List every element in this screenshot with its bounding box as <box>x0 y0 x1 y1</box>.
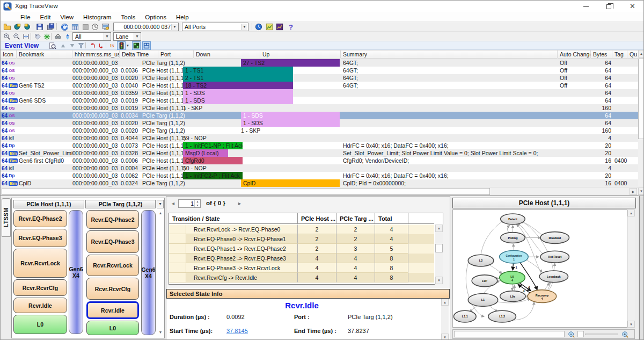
ltssm-scroll-down[interactable]: ▼ <box>157 329 164 336</box>
chevron-down-icon[interactable]: ▾ <box>157 200 164 208</box>
table-row[interactable]: 64OS 000:00:00.000_037 0.0020 PCIe Host … <box>1 74 638 82</box>
scroll-right-arrow[interactable]: ▶ <box>630 188 637 195</box>
ports-combo[interactable]: All Ports▼ <box>182 23 248 31</box>
ltssm-state-targ[interactable]: Rcvr.RcvrLock <box>86 255 139 276</box>
time-stamp-icon[interactable]: ts <box>108 41 118 50</box>
table-row[interactable]: 64Bm Gen6 SDS 000:00:00.000_037 0.0019 P… <box>1 97 638 104</box>
scroll-down-arrow[interactable]: ▼ <box>638 187 644 195</box>
state-node-l0[interactable]: L04 <box>500 271 525 284</box>
import-trace-icon[interactable] <box>23 23 32 31</box>
table-row[interactable]: 64Bm CplD 000:00:00.000_038 0.0324 PCIe … <box>1 179 638 187</box>
table-row[interactable]: 64OS 000:00:00.000_037 0.0359 PCIe Host … <box>1 89 638 97</box>
scroll-down-arrow[interactable]: ▼ <box>435 277 443 284</box>
col-bookmark[interactable]: Bookmark <box>17 50 72 59</box>
vscroll-thumb[interactable] <box>638 59 644 139</box>
export-trace-icon[interactable] <box>12 23 22 31</box>
zoom-slider-thumb[interactable] <box>577 331 584 337</box>
col-delta[interactable]: Delta Time <box>120 50 158 59</box>
statistics-purple-icon[interactable] <box>275 23 284 31</box>
scroll-down-arrow[interactable]: ▼ <box>627 321 635 328</box>
sort-icon[interactable] <box>63 32 72 41</box>
menu-item[interactable]: Options <box>140 12 171 22</box>
ltssm-host-header[interactable]: PCIe Host (1,1,1) <box>13 200 84 208</box>
zoom-out-icon[interactable] <box>567 330 576 339</box>
event-table-hscrollbar[interactable]: ▶ <box>1 187 638 196</box>
minimize-button[interactable] <box>574 1 598 12</box>
state-node-recovery[interactable]: Recovery4 <box>528 290 557 303</box>
start-time-link[interactable]: 37.8145 <box>226 328 248 334</box>
table-row[interactable]: 64OS 000:00:00.000_037 0.0020 PCIe Targ … <box>1 119 638 127</box>
col-time[interactable]: hhh:mm:ss.ms_us <box>72 50 120 59</box>
ltssm-state-targ[interactable]: Rcvr.EQ-Phase2 <box>86 210 139 229</box>
table-view-icon[interactable] <box>70 23 80 31</box>
page-spinner[interactable]: 1 ▲▼ <box>178 199 201 208</box>
state-node-configuration[interactable]: Configuration1 <box>500 250 529 263</box>
menu-item[interactable]: Histogram <box>78 12 116 22</box>
table-row[interactable]: 64OS 000:00:00.000_037 0.0036 PCIe Host … <box>1 67 638 74</box>
refresh-icon[interactable] <box>60 23 69 31</box>
ltssm-state-targ[interactable]: Rcvr.RcvrCfg <box>86 278 139 300</box>
save-icon[interactable] <box>35 23 45 31</box>
ltssm-state-host[interactable]: Rcvr.RcvrLock <box>13 249 67 278</box>
transition-row[interactable]: Rcvr.RcvrLock -> Rcvr.EQ-Phase0 2 2 4 <box>169 225 434 234</box>
state-node-hot-reset[interactable]: Hot Reset <box>540 251 569 263</box>
stop-icon[interactable] <box>80 23 90 31</box>
col-tag[interactable]: Tag <box>612 50 627 59</box>
col-total[interactable]: Total <box>375 213 408 224</box>
zoom-out-icon[interactable] <box>12 32 21 41</box>
menu-item[interactable]: Edit <box>35 12 56 22</box>
save-all-icon[interactable] <box>46 23 55 31</box>
vscroll-thumb[interactable] <box>435 244 443 252</box>
table-row[interactable]: 64Bm Gen6 first CfgRd0 000:00:00.000_038… <box>1 157 638 164</box>
state-info-scrollbar[interactable]: ▲ ▼ <box>441 299 449 340</box>
help-icon[interactable]: ? <box>286 23 296 31</box>
col-port[interactable]: Port <box>158 50 194 59</box>
spinner-arrows[interactable]: ▲▼ <box>194 200 200 207</box>
traffic-light-icon[interactable] <box>117 41 126 50</box>
ltssm-state-targ-l0[interactable]: L0 <box>86 321 139 335</box>
table-row[interactable]: 64Idl 000:00:00.000_038 0.0004 PCIe Host… <box>1 164 638 172</box>
transition-row[interactable]: Rcvr.EQ-Phase1 -> Rcvr.EQ-Phase2 2 3 5 <box>169 244 434 254</box>
traffic-light-dropdown[interactable]: ▼ <box>126 41 130 50</box>
state-node-l1-2[interactable]: L1.2 <box>488 310 516 322</box>
ltssm-state-host[interactable]: Rcvr.Idle <box>13 298 67 313</box>
col-transition-state[interactable]: Transition / State <box>169 213 298 224</box>
table-row[interactable]: 64OS 000:00:00.000_037 0.0019 PCIe Host … <box>1 104 638 112</box>
ltssm-scroll-up[interactable]: ▲ <box>157 210 164 216</box>
transition-row[interactable]: Rcvr.RcvrCfg -> Rcvr.Idle 4 4 8 <box>169 273 434 283</box>
col-up[interactable]: Up <box>260 50 341 59</box>
state-node-l1-1[interactable]: L1.1 <box>453 310 476 322</box>
state-node-loopback[interactable]: Loopback <box>539 271 568 283</box>
diagram-vscrollbar[interactable]: ▲ ▼ <box>627 209 635 328</box>
timestamp-combo[interactable]: 000:00:00.000 037▼ <box>113 23 179 31</box>
table-row[interactable]: 64OS 000:00:00.000_037 0.0034 PCIe Targ … <box>1 112 638 119</box>
state-node-polling[interactable]: Polling <box>501 233 525 243</box>
table-row[interactable]: 64Idl 000:00:00.000_038 0.4044 PCIe Host… <box>1 134 638 142</box>
scroll-down-icon[interactable] <box>67 41 77 50</box>
close-button[interactable]: ✕ <box>620 1 644 12</box>
menu-item[interactable]: Help <box>171 12 194 22</box>
zoom-in-icon[interactable] <box>2 32 12 41</box>
scroll-up-arrow[interactable]: ▲ <box>441 299 449 306</box>
table-row[interactable]: 64OS 000:00:00.000_037 0.0020 PCIe Targ … <box>1 127 638 134</box>
decode-dark-icon[interactable] <box>132 41 141 50</box>
scroll-up-icon[interactable] <box>58 41 68 50</box>
col-icon[interactable]: Icon <box>1 50 17 59</box>
statistics-yellow-icon[interactable] <box>265 23 274 31</box>
table-row[interactable]: 64Bm Gen6 TS2 000:00:00.000_037 0.0040 P… <box>1 82 638 89</box>
page-next-arrow[interactable]: ► <box>237 201 242 206</box>
open-trace-icon[interactable] <box>2 23 12 31</box>
tag-icon[interactable] <box>33 32 42 41</box>
ltssm-state-targ[interactable]: Rcvr.EQ-Phase3 <box>86 230 139 253</box>
ltssm-state-host[interactable]: Rcvr.EQ-Phase2 <box>13 210 67 227</box>
diagram-hscroll-thumb[interactable] <box>454 331 565 337</box>
scroll-down-arrow[interactable]: ▼ <box>441 334 449 340</box>
state-node-l0s[interactable]: L0s <box>500 291 526 302</box>
col-pcie-host[interactable]: PCIe Host ... <box>298 213 336 224</box>
transition-row[interactable]: Rcvr.EQ-Phase2 -> Rcvr.EQ-Phase3 4 4 8 <box>169 254 434 263</box>
lane-combo[interactable]: Lane 0▼ <box>113 32 141 41</box>
state-node-l1[interactable]: L1 <box>468 294 497 307</box>
snowflake-icon[interactable] <box>42 32 52 41</box>
filter-icon[interactable] <box>76 41 86 50</box>
ltssm-state-host-l0[interactable]: L0 <box>13 315 67 334</box>
